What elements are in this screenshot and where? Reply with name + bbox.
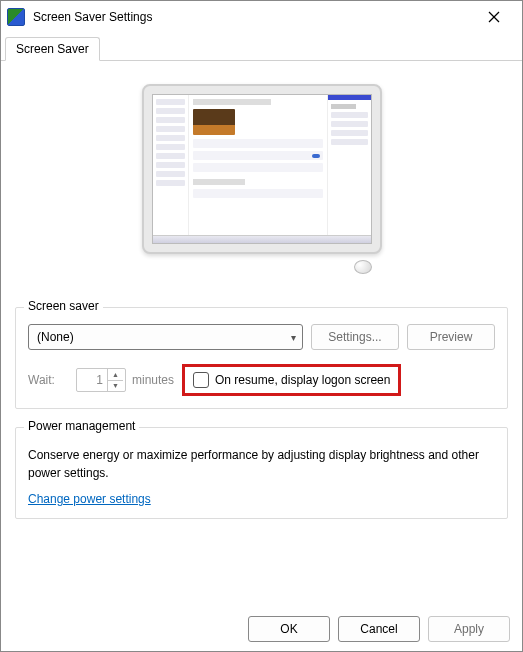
minutes-label: minutes [132,373,174,387]
tab-screen-saver[interactable]: Screen Saver [5,37,100,61]
titlebar: Screen Saver Settings [1,1,522,33]
resume-highlight: On resume, display logon screen [182,364,401,396]
chevron-down-icon: ▾ [291,332,296,343]
monitor-screen [152,94,372,244]
content-area: Screen saver (None) ▾ Settings... Previe… [1,61,522,607]
apply-button[interactable]: Apply [428,616,510,642]
window-title: Screen Saver Settings [33,10,474,24]
screensaver-group-label: Screen saver [24,299,103,313]
wait-input[interactable] [77,369,107,391]
screensaver-settings-window: Screen Saver Settings Screen Saver [0,0,523,652]
power-group-label: Power management [24,419,139,433]
dialog-footer: OK Cancel Apply [1,607,522,651]
monitor-frame [142,84,382,254]
change-power-settings-link[interactable]: Change power settings [28,492,151,506]
close-button[interactable] [474,3,514,31]
preview-button[interactable]: Preview [407,324,495,350]
ok-button[interactable]: OK [248,616,330,642]
screensaver-icon [7,8,25,26]
cancel-button[interactable]: Cancel [338,616,420,642]
close-icon [488,11,500,23]
preview-area [15,69,508,299]
power-management-group: Power management Conserve energy or maxi… [15,427,508,519]
spin-up-button[interactable]: ▲ [108,369,123,381]
screensaver-group: Screen saver (None) ▾ Settings... Previe… [15,307,508,409]
settings-button[interactable]: Settings... [311,324,399,350]
monitor-illustration [142,84,382,284]
power-text: Conserve energy or maximize performance … [28,446,495,482]
resume-label: On resume, display logon screen [215,373,390,387]
wait-spinner[interactable]: ▲ ▼ [76,368,126,392]
resume-checkbox[interactable] [193,372,209,388]
screensaver-select[interactable]: (None) ▾ [28,324,303,350]
monitor-power-icon [354,260,372,274]
screensaver-select-value: (None) [37,330,74,344]
wait-label: Wait: [28,373,70,387]
spin-down-button[interactable]: ▼ [108,381,123,392]
tabstrip: Screen Saver [1,35,522,61]
